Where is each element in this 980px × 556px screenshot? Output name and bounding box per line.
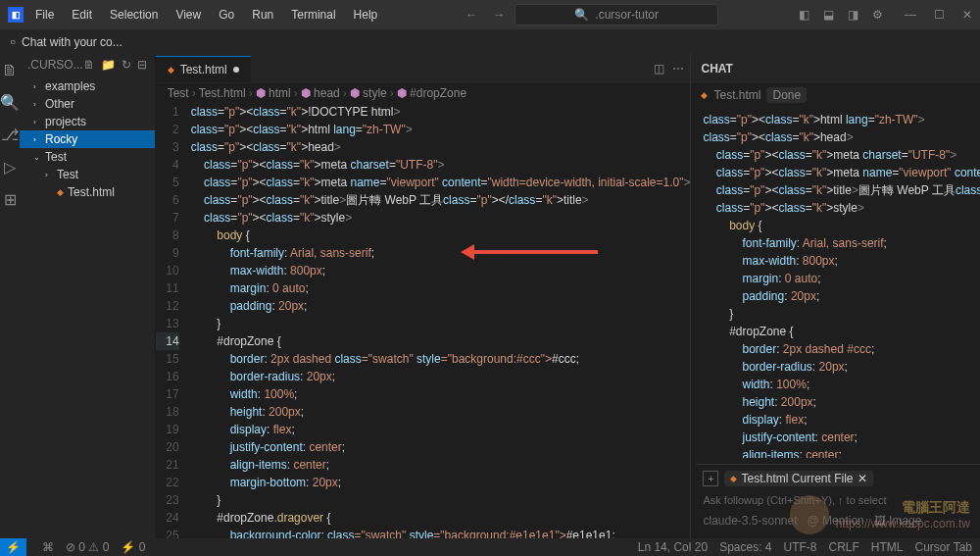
tree-item-test[interactable]: ⌄Test bbox=[20, 148, 155, 166]
editor-tab-label: Test.html bbox=[180, 63, 227, 76]
search-side-icon[interactable]: 🔍 bbox=[0, 93, 20, 112]
debug-icon[interactable]: ▷ bbox=[4, 158, 16, 177]
tree-item-examples[interactable]: ›examples bbox=[20, 77, 155, 95]
maximize-icon[interactable]: ☐ bbox=[934, 8, 945, 22]
html-file-icon: ◆ bbox=[168, 65, 174, 75]
menu-help[interactable]: Help bbox=[346, 4, 386, 25]
tree-item-projects[interactable]: ›projects bbox=[20, 113, 155, 130]
status-item[interactable]: HTML bbox=[871, 540, 904, 554]
source-control-icon[interactable]: ⎇ bbox=[1, 126, 19, 144]
menu-view[interactable]: View bbox=[168, 4, 209, 25]
tree-item-other[interactable]: ›Other bbox=[20, 95, 155, 113]
watermark: 電腦王阿達 https://www.kocpc.com.tw bbox=[790, 495, 970, 534]
status-item[interactable]: Cursor Tab bbox=[915, 540, 972, 554]
search-icon: 🔍 bbox=[574, 8, 589, 22]
new-file-icon[interactable]: 🗎 bbox=[83, 58, 95, 72]
nav-back-icon[interactable]: ← bbox=[464, 6, 479, 24]
editor-group-left: ◆ Test.html ◫ ⋯ Test›Test.html›⬢ html›⬢ … bbox=[156, 54, 691, 539]
remote-indicator[interactable]: ⚡ bbox=[0, 538, 26, 556]
add-context-button[interactable]: + bbox=[703, 471, 718, 486]
menu-edit[interactable]: Edit bbox=[64, 4, 100, 25]
editor-tab[interactable]: ◆ Test.html bbox=[156, 56, 251, 82]
new-folder-icon[interactable]: 📁 bbox=[101, 58, 116, 72]
secondary-tabbar: Chat with your co... bbox=[0, 29, 980, 54]
annotation-arrow bbox=[470, 250, 598, 254]
file-tree: ›examples›Other›projects›Rocky⌄Test›Test… bbox=[20, 76, 155, 203]
status-item[interactable]: UTF-8 bbox=[784, 540, 817, 554]
explorer-title: .CURSO... bbox=[27, 58, 83, 72]
app-logo: ◧ bbox=[8, 7, 24, 23]
tree-item-rocky[interactable]: ›Rocky bbox=[20, 130, 155, 148]
menu-file[interactable]: File bbox=[27, 4, 62, 25]
split-editor-icon[interactable]: ◫ bbox=[654, 62, 664, 76]
chat-collab-tab[interactable]: Chat with your co... bbox=[0, 31, 132, 53]
chat-footer-item[interactable]: claude-3.5-sonnet bbox=[703, 514, 797, 528]
chat-panel: CHAT + ↻ ⤢ ⋯ ◆ Test.html Done ✕ Reject ✓… bbox=[690, 54, 980, 539]
menu-terminal[interactable]: Terminal bbox=[283, 4, 343, 25]
search-text: .cursor-tutor bbox=[595, 8, 659, 22]
layout-bottom-icon[interactable]: ⬓ bbox=[821, 6, 836, 24]
menu-selection[interactable]: Selection bbox=[102, 4, 166, 25]
context-pill[interactable]: ◆Test.html Current File✕ bbox=[724, 471, 872, 486]
command-center[interactable]: 🔍 .cursor-tutor bbox=[514, 4, 718, 25]
layout-left-icon[interactable]: ◧ bbox=[797, 6, 811, 24]
chat-status-badge: Done bbox=[766, 87, 807, 103]
extensions-icon[interactable]: ⊞ bbox=[4, 190, 17, 209]
collapse-icon[interactable]: ⊟ bbox=[137, 58, 147, 72]
status-item[interactable]: ⚡ 0 bbox=[121, 540, 145, 554]
chat-title: CHAT bbox=[701, 62, 732, 76]
titlebar: ◧ FileEditSelectionViewGoRunTerminalHelp… bbox=[0, 0, 980, 29]
status-item[interactable]: ⊘ 0 ⚠ 0 bbox=[66, 540, 109, 554]
chat-code-block: class="p"><class="k">html lang="zh-TW">c… bbox=[691, 107, 980, 458]
nav-fwd-icon[interactable]: → bbox=[491, 6, 507, 24]
layout-right-icon[interactable]: ◨ bbox=[846, 6, 860, 24]
breadcrumbs[interactable]: Test›Test.html›⬢ html›⬢ head›⬢ style›⬢ #… bbox=[156, 83, 691, 103]
chat-file-label: Test.html bbox=[713, 88, 760, 102]
minimize-icon[interactable]: — bbox=[905, 8, 916, 22]
explorer-sidebar: .CURSO... 🗎 📁 ↻ ⊟ ›examples›Other›projec… bbox=[20, 54, 156, 539]
refresh-icon[interactable]: ↻ bbox=[122, 58, 131, 72]
status-item[interactable]: ⌘ bbox=[42, 540, 54, 554]
settings-gear-icon[interactable]: ⚙ bbox=[870, 6, 885, 24]
menu-bar: FileEditSelectionViewGoRunTerminalHelp bbox=[27, 4, 385, 25]
code-editor[interactable]: 1234567891011121314151617181920212223242… bbox=[156, 103, 691, 539]
status-item[interactable]: Ln 14, Col 20 bbox=[638, 540, 708, 554]
menu-run[interactable]: Run bbox=[244, 4, 281, 25]
tree-item-test[interactable]: ›Test bbox=[20, 166, 155, 183]
status-bar: ⚡⌘⊘ 0 ⚠ 0⚡ 0 Ln 14, Col 20Spaces: 4UTF-8… bbox=[0, 538, 980, 556]
menu-go[interactable]: Go bbox=[211, 4, 242, 25]
explorer-icon[interactable]: 🗎 bbox=[2, 62, 18, 79]
activity-bar: 🗎 🔍 ⎇ ▷ ⊞ bbox=[0, 54, 20, 539]
status-item[interactable]: Spaces: 4 bbox=[719, 540, 771, 554]
status-item[interactable]: CRLF bbox=[829, 540, 859, 554]
more-icon[interactable]: ⋯ bbox=[672, 62, 684, 76]
close-icon[interactable]: ✕ bbox=[962, 8, 972, 22]
dirty-indicator bbox=[233, 67, 239, 73]
html-file-icon: ◆ bbox=[701, 90, 708, 100]
tree-item-test.html[interactable]: ◆Test.html bbox=[20, 183, 155, 201]
